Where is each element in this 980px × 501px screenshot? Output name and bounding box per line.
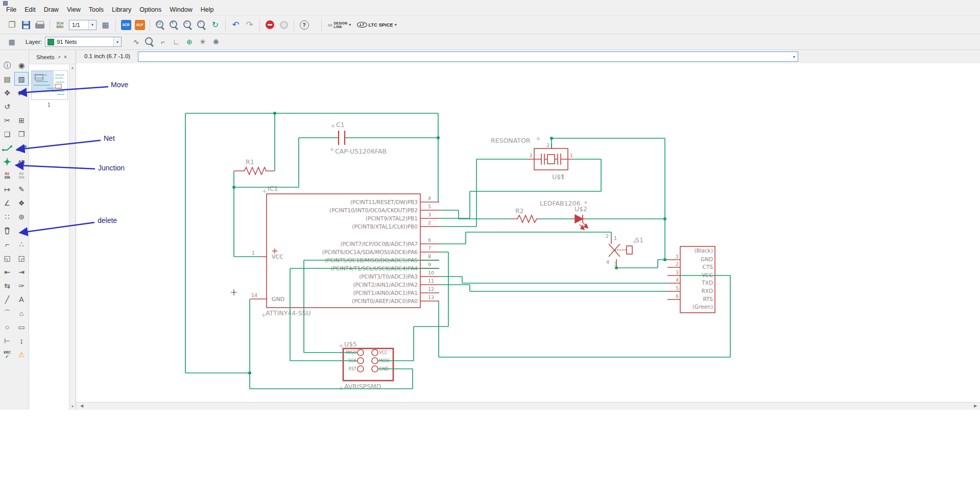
- net-wires[interactable]: [185, 112, 730, 389]
- gateswap-tool[interactable]: ◲: [14, 251, 29, 265]
- scroll-right-arrow[interactable]: ▶: [972, 403, 979, 409]
- add-net-button[interactable]: ⊕: [183, 35, 196, 48]
- polygon-tool[interactable]: ⌂: [14, 306, 29, 320]
- settings-button[interactable]: ✳: [196, 35, 209, 48]
- menu-library[interactable]: Library: [108, 5, 135, 15]
- s1-symbol[interactable]: [609, 244, 632, 257]
- undo-button[interactable]: ↶: [229, 18, 243, 32]
- scr-button[interactable]: SCR: [119, 18, 133, 32]
- copy-tool[interactable]: ❏: [0, 127, 14, 141]
- dimension-tool[interactable]: ⊢: [0, 334, 14, 347]
- chevron-down-icon[interactable]: ▾: [113, 37, 121, 46]
- sheet-selector[interactable]: 1/1 ▾: [69, 20, 97, 30]
- chevron-down-icon[interactable]: ▾: [88, 20, 96, 30]
- save-button[interactable]: [19, 18, 33, 32]
- select-tool[interactable]: ∴: [14, 237, 29, 251]
- sch-brd-toggle-button[interactable]: SCH BRD: [53, 18, 67, 32]
- chevron-down-icon[interactable]: ▾: [791, 52, 798, 61]
- attribute-tool[interactable]: ❖: [14, 196, 29, 210]
- zoom-net-button[interactable]: [143, 35, 156, 48]
- zoom-out-button[interactable]: −: [181, 18, 195, 32]
- miter-tool[interactable]: ∠: [0, 196, 14, 210]
- close-icon[interactable]: ✕: [63, 55, 67, 60]
- rect-tool[interactable]: ▭: [14, 320, 29, 334]
- display-tool[interactable]: ▤: [0, 72, 14, 86]
- resonator-symbol[interactable]: [534, 148, 568, 170]
- add-tool[interactable]: ⊞: [14, 113, 29, 127]
- info-tool[interactable]: ⓘ: [0, 58, 14, 72]
- scroll-up-arrow[interactable]: ▲: [69, 64, 76, 71]
- ripup-tool[interactable]: ⌐: [0, 237, 14, 251]
- move-tool[interactable]: ✥: [0, 86, 14, 99]
- tag-tool[interactable]: ⊚: [14, 210, 29, 223]
- menu-tools[interactable]: Tools: [85, 5, 108, 15]
- replace-tool[interactable]: ✑: [14, 279, 29, 292]
- errors-tool[interactable]: ⚠: [14, 347, 29, 361]
- name-tool[interactable]: ✎: [14, 182, 29, 196]
- bend-style-1-button[interactable]: ⌐: [156, 35, 170, 48]
- design-link-button[interactable]: ∞ DESIGN LINK ▾: [325, 18, 354, 32]
- text-tool[interactable]: A: [14, 292, 29, 306]
- ulp-button[interactable]: ULP: [133, 18, 147, 32]
- layer-selector[interactable]: 91 Nets ▾: [45, 37, 122, 47]
- sheets-scrollbar[interactable]: ▲ ▼: [69, 64, 76, 410]
- sweep-tool[interactable]: ◱: [0, 251, 14, 265]
- menu-file[interactable]: File: [2, 5, 20, 15]
- schematic-canvas[interactable]: IC1 ATTINY44-SSU C1 CAP-US1206FAB R1 R2 …: [76, 63, 980, 403]
- wire-tool[interactable]: ╱: [0, 292, 14, 306]
- junction-tool[interactable]: [0, 155, 14, 168]
- grid-settings-button[interactable]: ▦: [5, 35, 18, 48]
- pan-left-tool[interactable]: ⇤: [0, 265, 14, 279]
- settings-2-button[interactable]: ❋: [209, 35, 223, 48]
- sheet-page-number[interactable]: 1: [47, 102, 51, 108]
- swap-tool[interactable]: ⇆: [0, 279, 14, 292]
- show-tool[interactable]: ◉: [14, 58, 29, 72]
- menu-view[interactable]: View: [63, 5, 85, 15]
- erc-tool[interactable]: ERC✓: [0, 347, 14, 361]
- help-button[interactable]: ?: [297, 18, 311, 32]
- zoom-redraw-button[interactable]: ↻: [208, 18, 222, 32]
- array-tool[interactable]: ∷: [0, 210, 14, 223]
- circle-tool[interactable]: ○: [0, 320, 14, 334]
- r2-symbol[interactable]: [511, 215, 539, 222]
- scroll-down-arrow[interactable]: ▼: [69, 403, 76, 410]
- bus-tool[interactable]: [14, 141, 29, 155]
- menu-draw[interactable]: Draw: [40, 5, 63, 15]
- scroll-left-arrow[interactable]: ◀: [78, 403, 85, 409]
- open-button[interactable]: ❐: [5, 18, 19, 32]
- cut-tool[interactable]: ✂: [0, 113, 14, 127]
- menu-window[interactable]: Window: [165, 5, 196, 15]
- r1-symbol[interactable]: [234, 167, 275, 174]
- stop-button[interactable]: [263, 18, 277, 32]
- group-tool[interactable]: ▧: [14, 72, 29, 86]
- print-button[interactable]: [33, 18, 46, 32]
- led-symbol[interactable]: [575, 215, 583, 223]
- horizontal-scrollbar[interactable]: ◀ ▶: [76, 403, 980, 410]
- command-combo[interactable]: ▾: [138, 52, 798, 62]
- bend-style-2-button[interactable]: ∟: [170, 35, 183, 48]
- delete-tool[interactable]: [0, 223, 14, 237]
- paste-tool[interactable]: ❒: [14, 127, 29, 141]
- zoom-select-button[interactable]: ▫: [195, 18, 208, 32]
- c1-symbol[interactable]: [339, 131, 345, 145]
- sheet-thumbnail[interactable]: [31, 70, 68, 100]
- popout-icon[interactable]: ↗: [57, 55, 61, 60]
- pinswap-tool[interactable]: ↦: [0, 182, 14, 196]
- menu-help[interactable]: Help: [197, 5, 218, 15]
- rotate-tool[interactable]: ↺: [0, 99, 14, 113]
- value-tool[interactable]: R210k: [0, 168, 14, 182]
- menu-options[interactable]: Options: [135, 5, 165, 15]
- net-tool[interactable]: [0, 141, 14, 155]
- redo-button[interactable]: ↷: [243, 18, 256, 32]
- zoom-in-button[interactable]: +: [167, 18, 181, 32]
- mirror-tool[interactable]: ⋈: [14, 86, 29, 99]
- go-button[interactable]: [277, 18, 291, 32]
- grid-button[interactable]: ▦: [99, 18, 112, 32]
- wire-style-button[interactable]: ∿: [130, 35, 143, 48]
- smash-tool[interactable]: R210k: [14, 168, 29, 182]
- menu-edit[interactable]: Edit: [20, 5, 40, 15]
- zoom-fit-button[interactable]: ▭: [153, 18, 167, 32]
- arc-tool[interactable]: ⌒: [0, 306, 14, 320]
- ltc-spice-button[interactable]: LT LTC SPICE ▾: [354, 18, 399, 32]
- pan-right-tool[interactable]: ⇥: [14, 265, 29, 279]
